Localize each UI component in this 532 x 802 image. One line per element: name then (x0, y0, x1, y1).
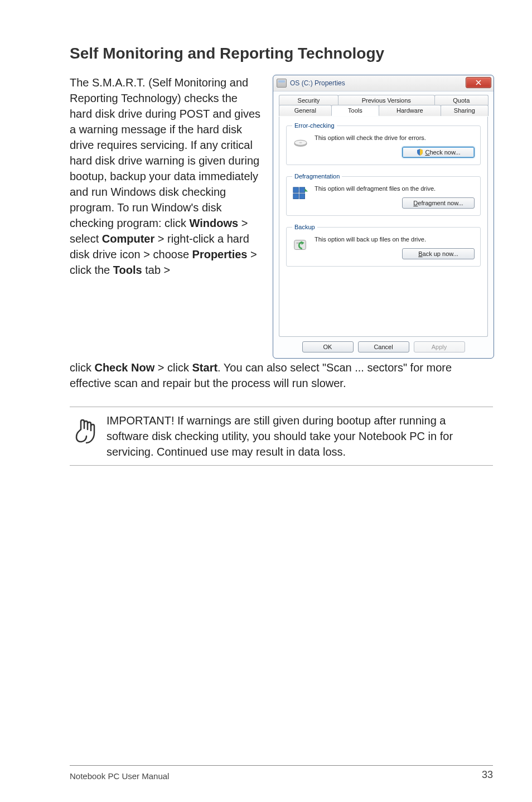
close-button[interactable] (466, 77, 491, 88)
tab-hardware[interactable]: Hardware (379, 105, 441, 116)
close-icon (476, 80, 481, 85)
defragmentation-group: Defragmentation (286, 173, 481, 216)
svg-rect-6 (299, 194, 304, 199)
tab-previous-versions[interactable]: Previous Versions (338, 95, 435, 105)
drive-icon (277, 79, 287, 88)
important-note-text: IMPORTANT! If warnings are still given d… (107, 413, 491, 460)
properties-dialog: OS (C:) Properties Security Previous Ver… (273, 75, 494, 359)
dialog-title: OS (C:) Properties (290, 79, 345, 87)
important-note-icon (70, 413, 96, 448)
error-checking-icon (292, 134, 309, 149)
tab-tools[interactable]: Tools (331, 105, 379, 116)
defragmentation-desc: This option will defragment files on the… (315, 185, 475, 192)
backup-legend: Backup (292, 224, 317, 230)
svg-rect-4 (299, 187, 304, 192)
backup-icon (292, 236, 309, 255)
check-now-button[interactable]: Check now... (402, 147, 475, 158)
cancel-button[interactable]: Cancel (358, 341, 409, 352)
body-text-after: click Check Now > click Start. You can a… (70, 360, 493, 391)
apply-button[interactable]: Apply (414, 341, 465, 352)
tab-sharing[interactable]: Sharing (441, 105, 489, 116)
body-text-left: The S.M.A.R.T. (Self Monitoring and Repo… (70, 75, 263, 359)
defragmentation-icon (292, 185, 309, 204)
tab-security[interactable]: Security (279, 95, 338, 105)
error-checking-legend: Error-checking (292, 122, 337, 129)
section-title: Self Monitoring and Reporting Technology (70, 45, 493, 62)
page-number: 33 (482, 769, 493, 781)
defragmentation-legend: Defragmentation (292, 173, 342, 180)
backup-desc: This option will back up files on the dr… (315, 236, 475, 243)
dialog-titlebar[interactable]: OS (C:) Properties (273, 75, 494, 91)
svg-rect-3 (293, 187, 298, 192)
defragment-now-button[interactable]: Defragment now... (402, 197, 475, 209)
back-up-now-button[interactable]: Back up now... (402, 248, 475, 259)
svg-rect-5 (293, 194, 298, 199)
important-note-box: IMPORTANT! If warnings are still given d… (70, 407, 493, 466)
backup-group: Backup (286, 224, 481, 267)
shield-icon (417, 149, 423, 156)
svg-point-2 (299, 142, 302, 143)
ok-button[interactable]: OK (302, 341, 354, 352)
footer-text: Notebook PC User Manual (70, 771, 169, 781)
tab-general[interactable]: General (279, 105, 332, 116)
error-checking-desc: This option will check the drive for err… (315, 134, 475, 141)
tab-quota[interactable]: Quota (434, 95, 489, 105)
error-checking-group: Error-checking (286, 122, 481, 165)
